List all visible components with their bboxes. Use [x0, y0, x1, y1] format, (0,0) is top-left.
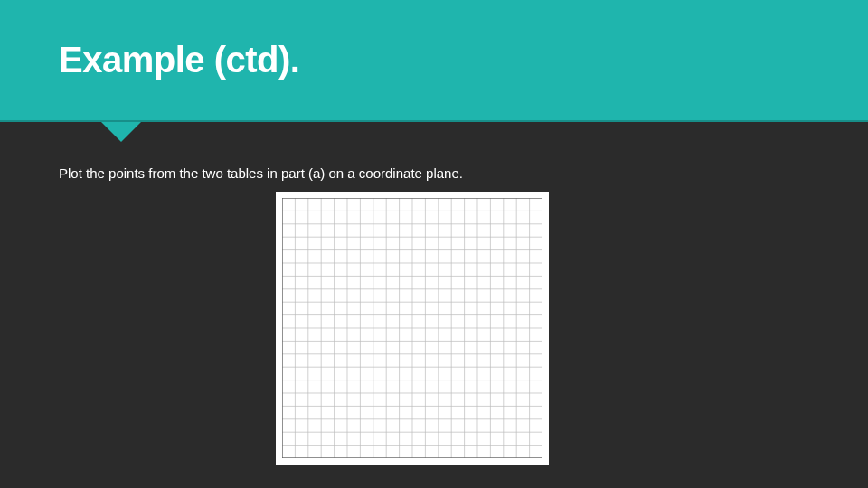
slide-title: Example (ctd). [59, 40, 299, 80]
header-band: Example (ctd). [0, 0, 868, 122]
grid-svg [282, 198, 542, 458]
coordinate-plane [276, 192, 549, 465]
slide-body-text: Plot the points from the two tables in p… [59, 165, 463, 181]
header-arrow-icon [101, 122, 141, 142]
